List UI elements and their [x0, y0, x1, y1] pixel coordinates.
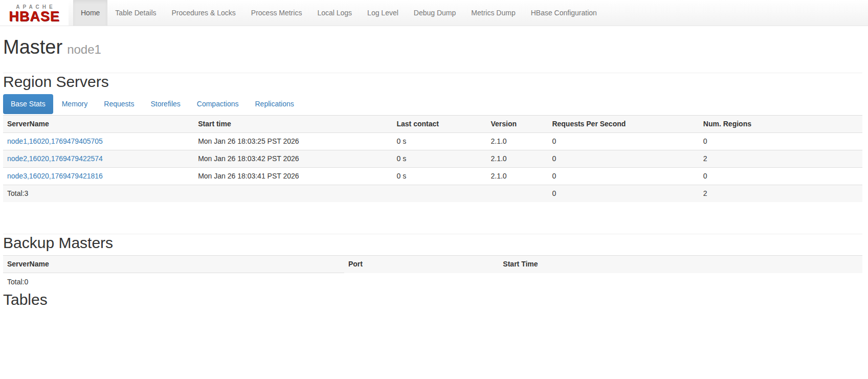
- regionserver-link[interactable]: node1,16020,1769479405705: [7, 137, 103, 145]
- hbase-logo[interactable]: APACHE HBASE: [0, 0, 69, 26]
- table-total-row: Total:0: [3, 273, 862, 292]
- regionserver-link[interactable]: node3,16020,1769479421816: [7, 172, 103, 180]
- total-num-regions: 2: [699, 185, 862, 203]
- last-contact-cell: 0 s: [392, 168, 486, 185]
- region-servers-table-header: ServerName Start time Last contact Versi…: [3, 116, 862, 133]
- rps-cell: 0: [548, 133, 699, 150]
- total-rps: 0: [548, 185, 699, 203]
- region-servers-tabs: Base Stats Memory Requests Storefiles Co…: [3, 94, 862, 114]
- rps-cell: 0: [548, 168, 699, 185]
- total-label: Total:0: [3, 273, 344, 292]
- page-content: Masternode1 Region Servers Base Stats Me…: [0, 36, 868, 308]
- last-contact-cell: 0 s: [392, 150, 486, 168]
- rps-cell: 0: [548, 150, 699, 168]
- hbase-logo-hbase-text: HBASE: [9, 10, 60, 23]
- tab-compactions[interactable]: Compactions: [189, 94, 247, 114]
- nav-item-debug-dump[interactable]: Debug Dump: [406, 0, 464, 26]
- col-start-time: Start Time: [499, 256, 862, 273]
- version-cell: 2.1.0: [487, 150, 548, 168]
- region-servers-table: ServerName Start time Last contact Versi…: [3, 115, 862, 202]
- nav-item-procedures-locks[interactable]: Procedures & Locks: [164, 0, 243, 26]
- backup-masters-table: ServerName Port Start Time Total:0: [3, 255, 862, 291]
- col-num-regions: Num. Regions: [699, 116, 862, 133]
- nav-item-process-metrics[interactable]: Process Metrics: [243, 0, 310, 26]
- nav-item-metrics-dump[interactable]: Metrics Dump: [463, 0, 523, 26]
- backup-masters-table-header: ServerName Port Start Time: [3, 256, 862, 273]
- top-navbar: APACHE HBASE Home Table Details Procedur…: [0, 0, 868, 26]
- num-regions-cell: 0: [699, 133, 862, 150]
- backup-masters-heading: Backup Masters: [3, 234, 862, 251]
- tab-requests[interactable]: Requests: [96, 94, 142, 114]
- total-label: Total:3: [3, 185, 194, 203]
- tab-storefiles[interactable]: Storefiles: [143, 94, 188, 114]
- version-cell: 2.1.0: [487, 168, 548, 185]
- last-contact-cell: 0 s: [392, 133, 486, 150]
- nav-item-hbase-configuration[interactable]: HBase Configuration: [523, 0, 605, 26]
- page-title: Masternode1: [3, 36, 862, 60]
- table-total-row: Total:3 0 2: [3, 185, 862, 203]
- col-port: Port: [344, 256, 499, 273]
- page-subtitle: node1: [67, 42, 101, 56]
- tables-heading: Tables: [3, 291, 862, 308]
- tab-replications[interactable]: Replications: [247, 94, 301, 114]
- num-regions-cell: 0: [699, 168, 862, 185]
- page-title-text: Master: [3, 36, 62, 58]
- nav-item-home[interactable]: Home: [73, 0, 107, 26]
- empty-cell: [392, 185, 486, 203]
- start-time-cell: Mon Jan 26 18:03:25 PST 2026: [194, 133, 392, 150]
- col-requests-per-second: Requests Per Second: [548, 116, 699, 133]
- nav-item-table-details[interactable]: Table Details: [107, 0, 164, 26]
- col-start-time: Start time: [194, 116, 392, 133]
- nav-item-local-logs[interactable]: Local Logs: [309, 0, 360, 26]
- start-time-cell: Mon Jan 26 18:03:41 PST 2026: [194, 168, 392, 185]
- num-regions-cell: 2: [699, 150, 862, 168]
- col-servername: ServerName: [3, 256, 344, 273]
- region-servers-heading: Region Servers: [3, 73, 862, 90]
- nav-item-log-level[interactable]: Log Level: [360, 0, 406, 26]
- table-row: node1,16020,1769479405705 Mon Jan 26 18:…: [3, 133, 862, 150]
- start-time-cell: Mon Jan 26 18:03:42 PST 2026: [194, 150, 392, 168]
- page-header: Masternode1: [3, 36, 862, 73]
- tab-base-stats[interactable]: Base Stats: [3, 94, 53, 114]
- col-version: Version: [487, 116, 548, 133]
- table-row: node3,16020,1769479421816 Mon Jan 26 18:…: [3, 168, 862, 185]
- col-last-contact: Last contact: [392, 116, 486, 133]
- empty-cell: [194, 185, 392, 203]
- col-servername: ServerName: [3, 116, 194, 133]
- table-row: node2,16020,1769479422574 Mon Jan 26 18:…: [3, 150, 862, 168]
- tab-memory[interactable]: Memory: [54, 94, 96, 114]
- regionserver-link[interactable]: node2,16020,1769479422574: [7, 154, 103, 163]
- version-cell: 2.1.0: [487, 133, 548, 150]
- empty-cell: [487, 185, 548, 203]
- nav-menu: Home Table Details Procedures & Locks Pr…: [69, 0, 605, 26]
